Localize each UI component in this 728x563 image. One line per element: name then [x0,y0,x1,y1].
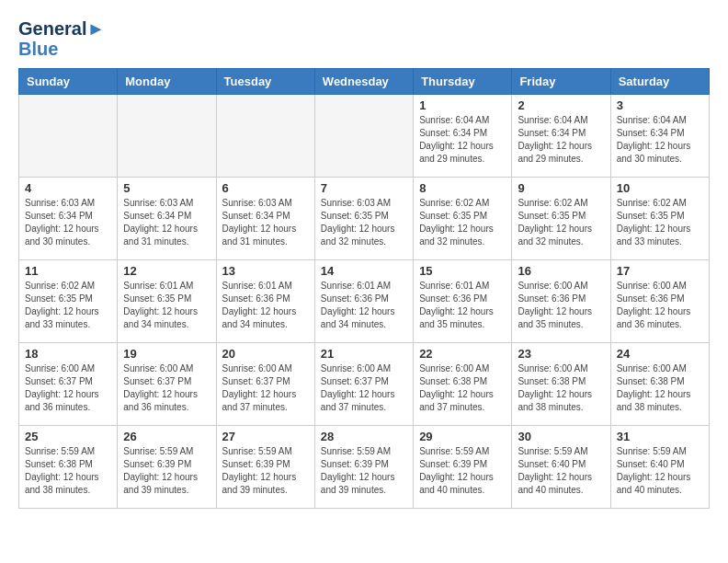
logo-text: General► Blue [18,18,105,59]
cell-text: Sunrise: 6:00 AM [222,362,309,375]
cell-text: Daylight: 12 hours [25,223,111,236]
cell-text: Sunset: 6:36 PM [419,293,506,305]
calendar-cell: 19Sunrise: 6:00 AMSunset: 6:37 PMDayligh… [118,343,216,426]
day-number: 20 [222,347,309,361]
cell-text: Sunset: 6:35 PM [518,210,604,223]
calendar-week-row: 18Sunrise: 6:00 AMSunset: 6:37 PMDayligh… [19,343,710,426]
cell-text: Sunrise: 6:00 AM [321,362,407,375]
cell-text: Sunset: 6:36 PM [222,293,309,305]
cell-text: Daylight: 12 hours [518,388,604,401]
weekday-header: Sunday [19,69,118,95]
cell-text: Daylight: 12 hours [321,223,407,236]
calendar-cell: 21Sunrise: 6:00 AMSunset: 6:37 PMDayligh… [314,343,413,426]
cell-text: Sunrise: 6:00 AM [617,362,703,375]
cell-text: Sunset: 6:35 PM [123,293,210,305]
cell-text: Sunset: 6:37 PM [222,375,309,388]
day-number: 8 [419,181,506,195]
cell-text: Daylight: 12 hours [617,388,703,401]
cell-text: and 33 minutes. [25,318,111,331]
cell-text: Sunset: 6:38 PM [419,375,506,388]
calendar-table: SundayMondayTuesdayWednesdayThursdayFrid… [18,68,710,509]
weekday-header: Saturday [610,69,709,95]
day-number: 31 [617,430,703,443]
cell-text: Daylight: 12 hours [222,305,309,318]
weekday-header: Monday [118,69,216,95]
cell-text: and 34 minutes. [222,318,309,331]
cell-text: Sunset: 6:34 PM [617,127,703,140]
cell-text: Sunset: 6:39 PM [222,458,309,471]
calendar-cell: 4Sunrise: 6:03 AMSunset: 6:34 PMDaylight… [19,178,118,260]
calendar-cell: 2Sunrise: 6:04 AMSunset: 6:34 PMDaylight… [512,95,610,178]
day-number: 7 [321,181,407,195]
calendar-header-row: SundayMondayTuesdayWednesdayThursdayFrid… [19,69,710,95]
cell-text: Sunset: 6:38 PM [518,375,604,388]
cell-text: and 40 minutes. [419,484,506,497]
cell-text: Daylight: 12 hours [123,471,210,484]
day-number: 22 [419,347,506,361]
day-number: 27 [222,430,309,443]
cell-text: Daylight: 12 hours [222,223,309,236]
day-number: 15 [419,264,506,278]
cell-text: Sunset: 6:34 PM [25,210,111,223]
day-number: 1 [419,98,506,112]
cell-text: Daylight: 12 hours [25,388,111,401]
calendar-cell: 1Sunrise: 6:04 AMSunset: 6:34 PMDaylight… [414,95,512,178]
cell-text: Sunset: 6:38 PM [617,375,703,388]
cell-text: Sunset: 6:40 PM [518,458,604,471]
calendar-cell: 7Sunrise: 6:03 AMSunset: 6:35 PMDaylight… [314,178,413,260]
day-number: 29 [419,430,506,443]
cell-text: and 29 minutes. [518,153,604,166]
cell-text: and 30 minutes. [617,153,703,166]
cell-text: Sunrise: 6:03 AM [123,197,210,210]
cell-text: Daylight: 12 hours [419,140,506,153]
weekday-header: Friday [512,69,610,95]
cell-text: Daylight: 12 hours [617,140,703,153]
calendar-week-row: 4Sunrise: 6:03 AMSunset: 6:34 PMDaylight… [19,178,710,260]
calendar-cell: 26Sunrise: 5:59 AMSunset: 6:39 PMDayligh… [118,426,216,509]
calendar-cell: 20Sunrise: 6:00 AMSunset: 6:37 PMDayligh… [216,343,314,426]
cell-text: and 36 minutes. [617,318,703,331]
day-number: 12 [123,264,210,278]
day-number: 9 [518,181,604,195]
cell-text: and 37 minutes. [222,401,309,414]
cell-text: and 40 minutes. [617,484,703,497]
cell-text: and 40 minutes. [518,484,604,497]
cell-text: Daylight: 12 hours [123,305,210,318]
weekday-header: Tuesday [216,69,314,95]
cell-text: and 35 minutes. [419,318,506,331]
calendar-cell: 30Sunrise: 5:59 AMSunset: 6:40 PMDayligh… [512,426,610,509]
cell-text: Sunset: 6:34 PM [419,127,506,140]
cell-text: and 37 minutes. [321,401,407,414]
day-number: 10 [617,181,703,195]
calendar-cell: 11Sunrise: 6:02 AMSunset: 6:35 PMDayligh… [19,260,118,343]
cell-text: and 32 minutes. [419,236,506,248]
cell-text: Sunset: 6:40 PM [617,458,703,471]
cell-text: Sunrise: 5:59 AM [222,445,309,458]
calendar-week-row: 1Sunrise: 6:04 AMSunset: 6:34 PMDaylight… [19,95,710,178]
day-number: 24 [617,347,703,361]
cell-text: Sunrise: 6:02 AM [419,197,506,210]
cell-text: Sunset: 6:39 PM [419,458,506,471]
calendar-cell: 10Sunrise: 6:02 AMSunset: 6:35 PMDayligh… [610,178,709,260]
weekday-header: Wednesday [314,69,413,95]
cell-text: Sunrise: 6:00 AM [419,362,506,375]
cell-text: Sunrise: 6:01 AM [419,280,506,293]
cell-text: Sunrise: 6:00 AM [25,362,111,375]
page-header: General► Blue [18,18,710,59]
cell-text: and 32 minutes. [518,236,604,248]
cell-text: and 39 minutes. [222,484,309,497]
day-number: 2 [518,98,604,112]
calendar-cell: 28Sunrise: 5:59 AMSunset: 6:39 PMDayligh… [314,426,413,509]
cell-text: Daylight: 12 hours [518,140,604,153]
calendar-cell: 14Sunrise: 6:01 AMSunset: 6:36 PMDayligh… [314,260,413,343]
cell-text: Sunset: 6:34 PM [222,210,309,223]
cell-text: Sunset: 6:39 PM [123,458,210,471]
calendar-cell: 23Sunrise: 6:00 AMSunset: 6:38 PMDayligh… [512,343,610,426]
cell-text: Daylight: 12 hours [222,471,309,484]
cell-text: Daylight: 12 hours [617,305,703,318]
calendar-cell: 29Sunrise: 5:59 AMSunset: 6:39 PMDayligh… [414,426,512,509]
cell-text: Daylight: 12 hours [419,223,506,236]
calendar-cell [118,95,216,178]
calendar-cell: 31Sunrise: 5:59 AMSunset: 6:40 PMDayligh… [610,426,709,509]
cell-text: Sunset: 6:35 PM [419,210,506,223]
